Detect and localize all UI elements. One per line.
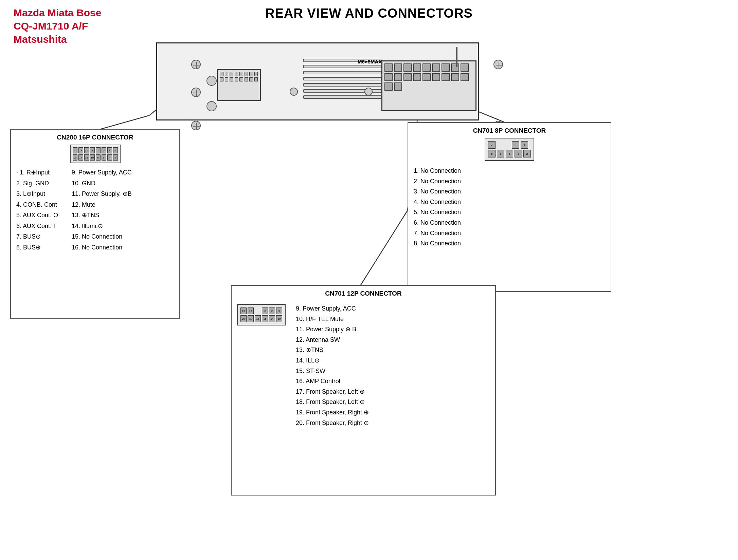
- brand-label: Mazda Miata Bose CQ-JM1710 A/F Matsushit…: [14, 6, 101, 46]
- screw-tl: [191, 60, 201, 69]
- unit-drawing: M6×8MAX: [129, 32, 503, 137]
- svg-line-4: [360, 210, 408, 286]
- unit-m6-label: M6×8MAX: [358, 59, 382, 64]
- cn701-8p-title: CN701 8P CONNECTOR: [414, 127, 605, 134]
- cn701-12p-connector-box: CN701 12P CONNECTOR 19 17 13 11 9 20 18 …: [231, 285, 496, 496]
- screw-ml: [191, 88, 201, 97]
- cn200-connector-box: CN200 16P CONNECTOR 15 13 11 9 7 5 3 1 1…: [10, 129, 180, 319]
- cn701-8p-connector-box: CN701 8P CONNECTOR 7 3 1 8 6 5 4 2 1. No…: [408, 122, 611, 292]
- cn200-plug-drawing: 15 13 11 9 7 5 3 1 16 14 12 10 8 6 4 2: [16, 145, 174, 163]
- unit-left-connector: [217, 69, 261, 101]
- circle-2: [206, 101, 217, 111]
- cn701-12p-content: 19 17 13 11 9 20 18 16 15 14 10 9: [237, 301, 490, 428]
- unit-wire: [456, 47, 457, 67]
- cn701-12p-title: CN701 12P CONNECTOR: [237, 290, 490, 297]
- screw-bl: [191, 121, 201, 130]
- unit-box: M6×8MAX: [156, 42, 479, 120]
- cn200-title: CN200 16P CONNECTOR: [16, 134, 174, 141]
- cn200-pins-left: · 1. R⊕Input 2. Sig. GND 3. L⊕Input 4. C…: [16, 167, 58, 253]
- cn701-12p-pin-list: 9. Power Supply, ACC 10. H/F TEL Mute 11…: [296, 303, 369, 428]
- unit-right-connector: [381, 60, 476, 111]
- cn200-pin-list: · 1. R⊕Input 2. Sig. GND 3. L⊕Input 4. C…: [16, 167, 174, 253]
- cn701-8p-pin-list: 1. No Connection 2. No Connection 3. No …: [414, 166, 605, 249]
- circle-4: [364, 88, 373, 96]
- cn701-8p-plug-drawing: 7 3 1 8 6 5 4 2: [414, 138, 605, 161]
- screw-tr: [493, 60, 503, 69]
- cn200-pins-right: 9. Power Supply, ACC 10. GND 11. Power S…: [72, 167, 132, 253]
- cn701-12p-plug: 19 17 13 11 9 20 18 16 15 14 10: [237, 301, 286, 325]
- circle-1: [206, 76, 217, 86]
- circle-3: [290, 88, 298, 96]
- page-title: REAR VIEW AND CONNECTORS: [0, 6, 738, 21]
